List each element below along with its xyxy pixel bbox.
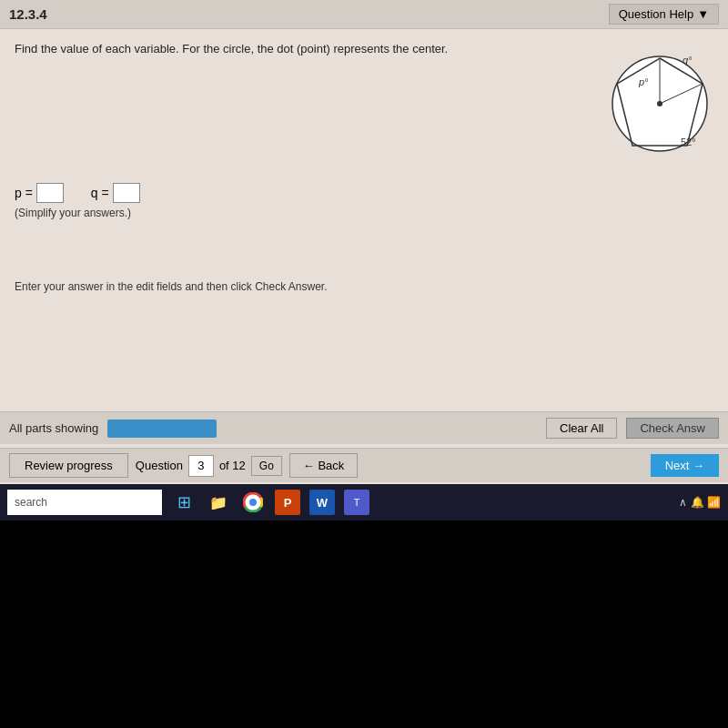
q-label: q = (91, 186, 109, 200)
file-explorer-icon[interactable]: 📁 (206, 490, 231, 515)
dropdown-icon: ▼ (697, 7, 709, 21)
q-input[interactable] (113, 183, 140, 203)
back-button[interactable]: ← Back (289, 453, 359, 478)
controls-bar: All parts showing Clear All Check Answ (0, 411, 728, 444)
check-answer-button[interactable]: Check Answ (626, 418, 719, 439)
question-label: Question (136, 459, 183, 472)
all-parts-label: All parts showing (9, 421, 98, 435)
simplify-note: (Simplify your answers.) (15, 207, 713, 219)
header: 12.3.4 Question Help ▼ (0, 0, 728, 29)
page-title: 12.3.4 (9, 6, 47, 22)
circle-diagram: q° p° 52° (601, 38, 719, 157)
bottom-instruction: Enter your answer in the edit fields and… (15, 280, 328, 293)
svg-text:52°: 52° (681, 136, 696, 147)
svg-text:p°: p° (638, 76, 649, 87)
search-placeholder: search (15, 496, 47, 509)
progress-bar (107, 420, 217, 438)
question-nav: Question of 12 Go (136, 455, 282, 477)
taskbar-right: ∧ 🔔 📶 (679, 496, 721, 509)
nav-bar: Review progress Question of 12 Go ← Back… (0, 448, 728, 482)
next-button[interactable]: Next → (651, 454, 719, 477)
word-icon[interactable]: W (309, 490, 335, 515)
taskbar: search ⊞ 📁 P W T ∧ 🔔 📶 (0, 484, 728, 521)
review-progress-button[interactable]: Review progress (9, 453, 128, 478)
q-field: q = (91, 183, 140, 203)
system-tray: ∧ 🔔 📶 (679, 496, 721, 509)
of-label: of 12 (219, 459, 246, 472)
windows-icon[interactable]: ⊞ (171, 490, 197, 515)
p-field: p = (15, 183, 64, 203)
p-label: p = (15, 186, 33, 200)
svg-text:q°: q° (682, 55, 693, 66)
chrome-icon[interactable] (240, 490, 266, 515)
content-area: Find the value of each variable. For the… (0, 29, 728, 375)
svg-point-9 (249, 499, 257, 506)
p-input[interactable] (36, 183, 64, 203)
clear-all-button[interactable]: Clear All (546, 418, 617, 439)
black-area (0, 521, 728, 728)
go-button[interactable]: Go (251, 456, 282, 476)
powerpoint-icon[interactable]: P (275, 490, 300, 515)
question-number-input[interactable] (188, 455, 214, 477)
answer-row: p = q = (15, 183, 713, 203)
teams-icon[interactable]: T (344, 490, 369, 515)
question-help-button[interactable]: Question Help ▼ (609, 4, 719, 25)
search-area[interactable]: search (7, 490, 162, 515)
